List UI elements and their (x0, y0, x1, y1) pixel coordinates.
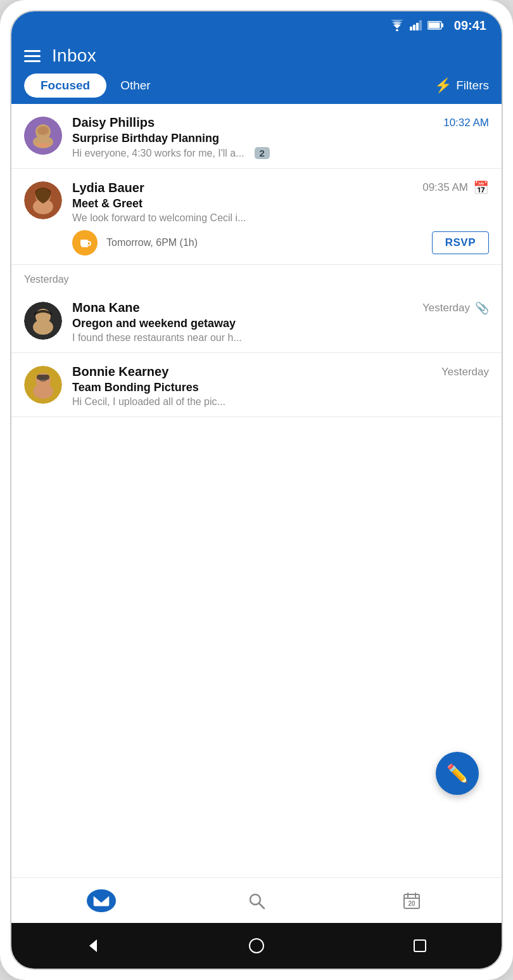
filters-label: Filters (456, 79, 489, 93)
email-content: Lydia Bauer 09:35 AM 📅 Meet & Greet We l… (72, 180, 489, 255)
email-subject: Meet & Greet (72, 197, 489, 210)
event-time: Tomorrow, 6PM (1h) (106, 237, 423, 248)
nav-calendar[interactable]: 20 (334, 892, 489, 910)
sender-name: Daisy Phillips (72, 115, 155, 130)
recent-apps-button[interactable] (338, 938, 502, 953)
email-content: Bonnie Kearney Yesterday Team Bonding Pi… (72, 364, 489, 408)
svg-point-14 (37, 126, 49, 135)
svg-rect-19 (82, 246, 88, 247)
svg-text:20: 20 (408, 900, 415, 907)
email-item[interactable]: Daisy Phillips 10:32 AM Surprise Birthda… (11, 104, 502, 169)
svg-point-3 (396, 29, 398, 31)
email-item[interactable]: Lydia Bauer 09:35 AM 📅 Meet & Greet We l… (11, 169, 502, 265)
paperclip-icon: 📎 (475, 301, 489, 315)
search-icon (248, 892, 265, 910)
nav-search[interactable] (179, 892, 334, 910)
tabs-container: Focused Other (24, 74, 165, 98)
avatar-lydia (24, 181, 62, 219)
email-header: Lydia Bauer 09:35 AM 📅 (72, 180, 489, 195)
calendar-nav-icon: 20 (403, 892, 421, 910)
email-content: Mona Kane Yesterday 📎 Oregon and weekend… (72, 300, 489, 344)
email-preview: Hi Cecil, I uploaded all of the pic... (72, 396, 489, 408)
avatar (24, 181, 62, 219)
event-row: Tomorrow, 6PM (1h) RSVP (72, 230, 489, 255)
recent-icon (412, 938, 428, 953)
compose-fab[interactable]: ✏️ (436, 752, 479, 795)
menu-button[interactable] (24, 50, 41, 62)
svg-rect-18 (80, 240, 88, 246)
svg-line-31 (259, 903, 264, 908)
android-nav-bar (11, 923, 502, 969)
svg-marker-2 (391, 20, 403, 23)
email-time: 09:35 AM (422, 181, 468, 194)
tab-focused[interactable]: Focused (24, 74, 106, 98)
avatar-daisy (24, 117, 62, 155)
signal-icon (410, 20, 422, 30)
home-button[interactable] (175, 937, 338, 955)
email-item[interactable]: Bonnie Kearney Yesterday Team Bonding Pi… (11, 353, 502, 417)
calendar-icon: 📅 (473, 180, 489, 195)
home-icon (248, 937, 265, 955)
svg-rect-7 (419, 20, 422, 30)
coffee-icon (78, 236, 92, 250)
svg-marker-37 (89, 939, 97, 952)
email-header: Bonnie Kearney Yesterday (72, 364, 489, 379)
nav-mail[interactable] (24, 889, 179, 912)
svg-point-38 (250, 939, 263, 953)
day-separator: Yesterday (11, 265, 502, 289)
svg-rect-10 (441, 23, 443, 27)
status-bar: 09:41 (11, 11, 502, 39)
sender-name: Lydia Bauer (72, 181, 144, 195)
wifi-icon (390, 20, 405, 31)
sender-name: Mona Kane (72, 300, 140, 315)
svg-point-27 (39, 378, 47, 382)
event-icon (72, 230, 98, 255)
email-time: Yesterday (441, 366, 489, 378)
avatar (24, 117, 62, 155)
email-subject: Oregon and weekend getaway (72, 317, 489, 330)
back-button[interactable] (11, 937, 175, 955)
sender-name: Bonnie Kearney (72, 364, 168, 379)
email-content: Daisy Phillips 10:32 AM Surprise Birthda… (72, 115, 489, 159)
svg-rect-6 (416, 23, 419, 30)
mail-svg (93, 894, 110, 907)
battery-icon (428, 21, 444, 30)
email-subject: Team Bonding Pictures (72, 381, 489, 394)
email-item[interactable]: Mona Kane Yesterday 📎 Oregon and weekend… (11, 289, 502, 353)
email-badge: 2 (255, 147, 270, 159)
filters-button[interactable]: ⚡ Filters (434, 77, 489, 94)
rsvp-button[interactable]: RSVP (432, 231, 489, 254)
email-preview: I found these restaurants near our h... (72, 332, 489, 344)
bottom-nav: 20 (11, 877, 502, 923)
status-icons: 09:41 (390, 18, 486, 33)
avatar (24, 302, 62, 340)
email-time: 10:32 AM (443, 117, 489, 129)
email-time: Yesterday (422, 302, 470, 314)
email-header: Mona Kane Yesterday 📎 (72, 300, 489, 315)
bolt-icon: ⚡ (434, 77, 452, 94)
back-icon (84, 937, 102, 955)
email-header: Daisy Phillips 10:32 AM (72, 115, 489, 130)
tab-row: Focused Other ⚡ Filters (24, 74, 489, 104)
svg-rect-9 (428, 23, 440, 29)
svg-rect-5 (413, 25, 415, 30)
app-bar-title: Inbox (52, 46, 96, 66)
app-bar: Inbox Focused Other ⚡ Filters (11, 39, 502, 104)
email-preview: Hi everyone, 4:30 works for me, I'll a..… (72, 147, 489, 159)
status-time: 09:41 (454, 18, 486, 33)
avatar-bonnie (24, 366, 62, 404)
tab-other[interactable]: Other (106, 74, 165, 98)
mail-icon (87, 889, 116, 912)
email-subject: Surprise Birthday Planning (72, 132, 489, 145)
edit-icon: ✏️ (446, 763, 469, 784)
email-list: Daisy Phillips 10:32 AM Surprise Birthda… (11, 104, 502, 877)
avatar-mona (24, 302, 62, 340)
avatar (24, 366, 62, 404)
svg-rect-39 (414, 940, 426, 951)
svg-rect-4 (410, 27, 412, 30)
email-preview: We look forward to welcoming Cecil i... (72, 212, 489, 224)
